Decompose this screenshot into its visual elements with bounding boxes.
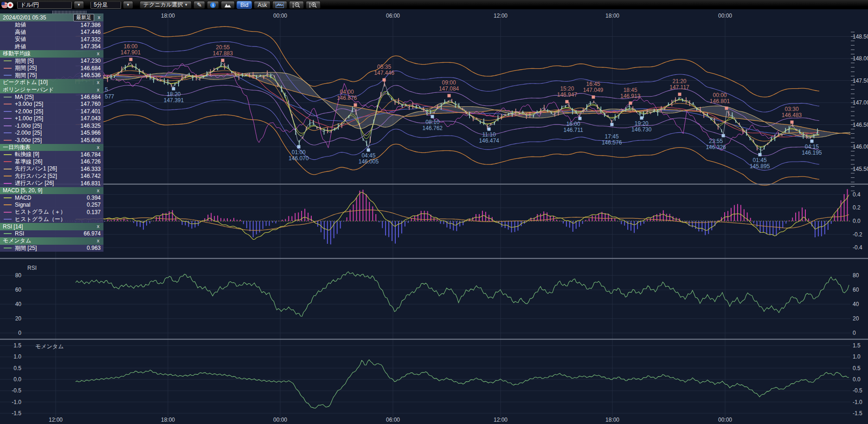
series-color-swatch [4,132,12,133]
peak-annotation: 16:00147.901 [121,44,141,56]
close-icon[interactable]: x [96,87,101,92]
bottom-marker [431,115,434,118]
row-label: 先行スパン2 [52] [15,172,81,180]
row-value: 0.137 [87,209,101,215]
annotation-price: 147.883 [213,51,233,57]
close-icon[interactable]: x [96,80,101,85]
edge-partial-annotation: 5 577 [105,86,114,100]
close-icon[interactable]: x [96,238,101,243]
peak-marker [221,59,225,62]
price-axis-label: 148.00 [853,55,868,62]
close-icon[interactable]: x [96,188,101,193]
bottom-marker [488,127,491,130]
annotation-price: 147.117 [669,85,689,91]
row-value: 0.257 [87,202,101,208]
tick-chart-button[interactable] [272,1,287,9]
panel-value-row: 安値 147.332 [0,36,103,43]
row-value: 145.966 [81,130,101,136]
pair-dropdown-button[interactable]: ▼ [74,1,84,9]
chart-style-button[interactable] [221,1,235,9]
bottom-annotation: 08:10146.762 [423,119,443,131]
section-label: RSI [14] [3,223,96,230]
panel-rows: 始値 147.386 高値 147.446 安値 147.332 終値 147.… [0,21,103,252]
bottom-annotation: 18:20147.391 [164,91,184,104]
trading-app: { "toolbar": { "pair": "ドル/円", "timefram… [0,0,868,424]
close-icon[interactable]: x [96,51,101,56]
row-value: 147.332 [81,36,101,43]
momentum-axis-label-left: -0.5 [0,387,21,394]
macd-axis-label: 0.4 [853,191,861,198]
time-axis-label-bottom: 00:00 [718,417,732,423]
chevron-down-icon: ▼ [77,3,81,7]
row-label: 基準線 [26] [15,158,81,166]
panel-value-row: MA [25] 146.684 [0,93,103,101]
toolbar: ドル/円 ▼ 5分足 ▼ テクニカル選択 ▼ ✎ i Bid Ask [0,0,868,9]
row-value: 146.726 [81,158,101,165]
row-value: 146.536 [81,72,101,78]
row-label: 遅行スパン [26] [15,179,81,187]
timeframe-select[interactable]: 5分足 [90,1,121,9]
ask-button[interactable]: Ask [254,1,270,9]
row-label: 終値 [15,43,81,51]
macd-axis-label: 0.0 [853,218,861,224]
series-color-swatch [4,46,12,47]
time-axis-label-bottom: 06:00 [386,417,400,423]
edge-partial-line1: 5 [105,86,114,93]
close-icon[interactable]: x [96,145,101,150]
row-value: 146.325 [81,123,101,129]
row-label: 期間 [5] [15,57,81,65]
bottom-marker [367,148,370,151]
mini-scrollbar[interactable] [52,11,87,14]
annotation-price: 146.913 [620,93,640,99]
time-axis-label-top: 12:00 [494,13,508,19]
annotation-price: 145.895 [750,163,770,170]
peak-annotation: 09:00147.084 [439,80,459,92]
close-icon[interactable]: x [96,15,102,20]
time-axis-label-bottom: 00:00 [273,417,287,423]
annotation-price: 147.049 [583,87,603,93]
bottom-annotation: 04:15146.195 [802,144,822,156]
section-label: 移動平均線 [3,50,96,58]
indicator-panel: 2024/02/01 05:35 最新足 x 始値 147.386 高値 147… [0,13,103,252]
row-value: 66.974 [84,230,101,237]
zoom-out-button[interactable] [289,1,304,9]
zoom-in-button[interactable] [306,1,321,9]
momentum-axis-label-right: -1.0 [853,399,862,405]
panel-value-row: 基準線 [26] 146.726 [0,158,103,166]
bid-button[interactable]: Bid [237,1,252,9]
latest-candle-button[interactable]: 最新足 [73,14,94,21]
chart-canvas[interactable] [0,0,868,424]
panel-value-row: -3.00σ [25] 145.608 [0,137,103,144]
technical-select-button[interactable]: テクニカル選択 ▼ [140,1,192,9]
momentum-axis-label-right: 0.0 [853,376,861,383]
info-button[interactable]: i [207,1,219,9]
panel-value-row: +2.00σ [25] 147.401 [0,108,103,115]
row-label: 転換線 [9] [15,150,81,158]
timeframe-label: 5分足 [94,1,108,9]
peak-marker [383,78,386,81]
row-label: ヒストグラム（ー） [15,215,101,223]
peak-annotation: 04:00146.876 [337,89,357,101]
peak-marker [790,121,793,124]
momentum-axis-label-right: -0.5 [853,387,862,394]
row-label: 期間 [25] [15,64,81,72]
row-label: +1.00σ [25] [15,115,81,122]
row-label: +3.00σ [25] [15,101,81,107]
bottom-annotation: 01:45145.895 [750,157,770,170]
pair-label: ドル/円 [20,1,39,9]
draw-tool-button[interactable]: ✎ [193,1,205,9]
pair-select[interactable]: ドル/円 [17,1,72,9]
annotation-price: 146.730 [631,127,651,133]
section-label: MACD [5, 20, 9] [3,187,96,194]
series-color-swatch [4,104,12,104]
timeframe-dropdown-button[interactable]: ▼ [123,1,133,9]
annotation-price: 146.195 [802,150,822,156]
close-icon[interactable]: x [96,224,101,229]
panel-section-header: ボリンジャーバンド x [0,86,103,94]
pencil-icon: ✎ [197,1,202,8]
peak-annotation: 00:00146.801 [710,92,730,104]
zoom-in-icon [309,2,317,8]
panel-section-header: RSI [14] x [0,223,103,230]
panel-section-header: モメンタム x [0,237,103,245]
series-color-swatch [4,60,12,61]
